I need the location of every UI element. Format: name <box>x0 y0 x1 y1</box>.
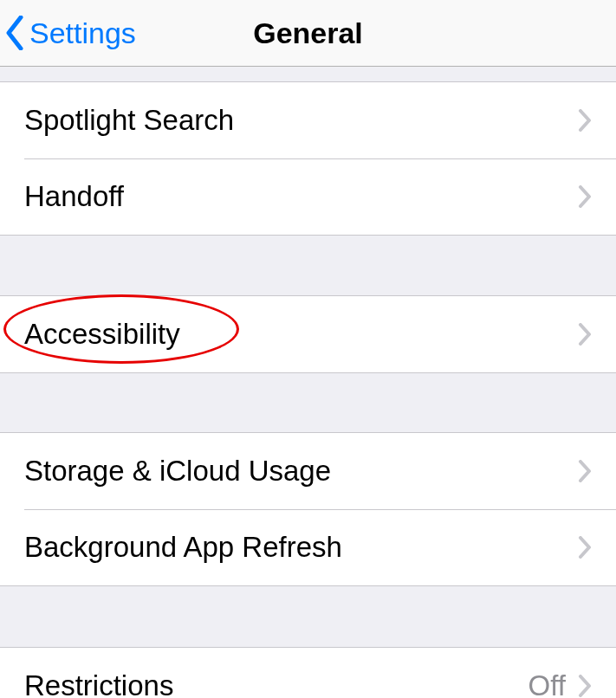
row-handoff[interactable]: Handoff <box>0 158 616 235</box>
chevron-right-icon <box>578 323 592 346</box>
group-4: Restrictions Off <box>0 647 616 698</box>
chevron-right-icon <box>578 675 592 697</box>
chevron-left-icon <box>5 16 24 50</box>
back-label: Settings <box>29 16 136 50</box>
row-background-app-refresh[interactable]: Background App Refresh <box>0 509 616 585</box>
row-spotlight-search[interactable]: Spotlight Search <box>0 82 616 158</box>
group-1: Spotlight Search Handoff <box>0 81 616 236</box>
row-label: Accessibility <box>24 318 578 351</box>
section-gap <box>0 586 616 647</box>
row-restrictions[interactable]: Restrictions Off <box>0 648 616 698</box>
row-label: Background App Refresh <box>24 531 578 564</box>
navbar: Settings General <box>0 0 616 67</box>
row-accessibility[interactable]: Accessibility <box>0 296 616 372</box>
chevron-right-icon <box>578 460 592 482</box>
section-gap <box>0 236 616 295</box>
row-label: Spotlight Search <box>24 104 578 137</box>
row-storage-icloud-usage[interactable]: Storage & iCloud Usage <box>0 433 616 509</box>
section-gap <box>0 67 616 81</box>
chevron-right-icon <box>578 109 592 132</box>
row-label: Storage & iCloud Usage <box>24 455 578 488</box>
row-label: Handoff <box>24 180 578 213</box>
group-2: Accessibility <box>0 295 616 373</box>
row-label: Restrictions <box>24 669 528 698</box>
section-gap <box>0 373 616 432</box>
chevron-right-icon <box>578 536 592 559</box>
group-3: Storage & iCloud Usage Background App Re… <box>0 432 616 586</box>
chevron-right-icon <box>578 185 592 208</box>
back-button[interactable]: Settings <box>0 16 136 50</box>
row-value: Off <box>528 669 566 698</box>
